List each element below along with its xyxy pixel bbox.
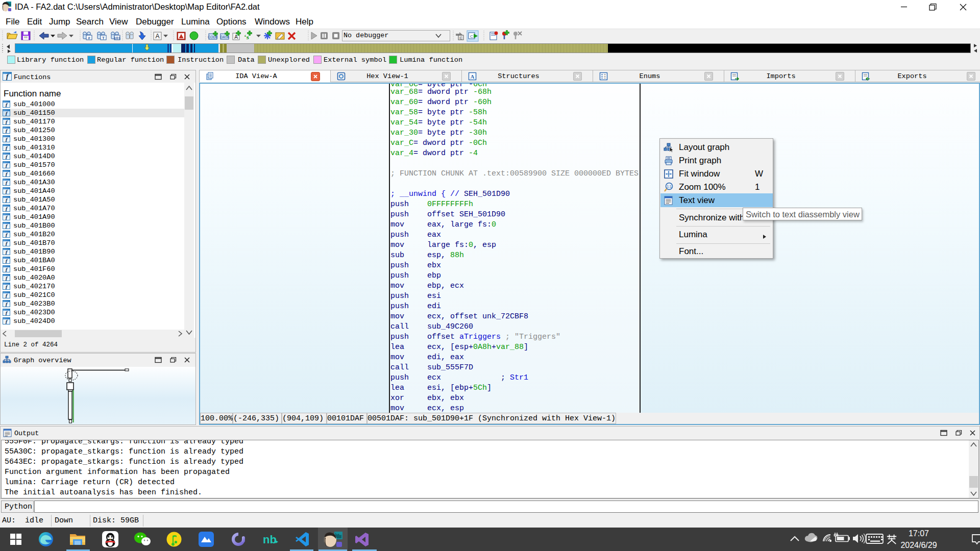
svg-text:A: A (234, 34, 238, 40)
svg-text:A: A (155, 33, 159, 40)
svg-text:T: T (102, 36, 105, 40)
svg-text:#: # (88, 36, 90, 40)
svg-text:C: C (459, 36, 462, 40)
svg-text:‘s: ‘s (244, 33, 249, 41)
svg-text:C: C (470, 34, 473, 39)
svg-text:nb: nb (263, 533, 277, 546)
svg-text:CODE: CODE (208, 35, 218, 39)
svg-text:101: 101 (114, 36, 121, 40)
svg-text:1:1: 1:1 (667, 185, 672, 188)
